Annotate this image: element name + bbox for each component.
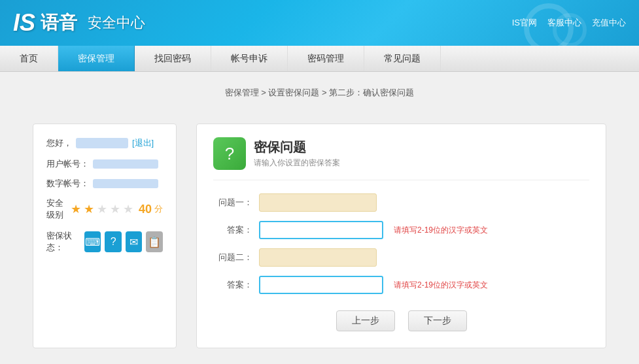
security-status-row: 密保状态： ⌨ ? ✉ 📋 (46, 230, 163, 254)
header-decoration (508, 3, 587, 46)
star-3: ★ (97, 202, 107, 216)
prev-button[interactable]: 上一步 (336, 310, 395, 331)
recharge-link[interactable]: 充值中心 (592, 17, 626, 29)
answer2-row: 答案： 请填写2-19位的汉字或英文 (213, 276, 589, 294)
account-value-blur (93, 159, 158, 169)
left-panel: 您好， [退出] 用户帐号： 数字帐号： 安全级别 ★ ★ ★ ★ ★ 40 分 (33, 124, 177, 348)
next-button[interactable]: 下一步 (408, 310, 467, 331)
question1-label: 问题一： (213, 197, 252, 208)
answer1-label: 答案： (213, 224, 252, 236)
logo: IS 语音 安全中心 (13, 9, 145, 37)
nav-account-appeal[interactable]: 帐号申诉 (211, 46, 288, 71)
logout-link[interactable]: [退出] (132, 137, 154, 149)
right-panel: ? 密保问题 请输入你设置的密保答案 问题一： 答案： 请填写2-19位的汉字或… (196, 124, 606, 348)
answer2-label: 答案： (213, 279, 252, 291)
nav-bar: 首页 密保管理 找回密码 帐号申诉 密码管理 常见问题 (0, 46, 639, 72)
star-4: ★ (110, 202, 120, 216)
digital-value-blur (93, 179, 158, 188)
user-greeting: 您好， [退出] (46, 137, 163, 149)
answer1-row: 答案： 请填写2-19位的汉字或英文 (213, 221, 589, 239)
panel-header: ? 密保问题 请输入你设置的密保答案 (213, 137, 589, 180)
nav-security-manage[interactable]: 密保管理 (58, 46, 135, 71)
email-status-icon[interactable]: ✉ (126, 231, 143, 252)
logo-voice: 语音 (41, 10, 77, 35)
security-level-row: 安全级别 ★ ★ ★ ★ ★ 40 分 (46, 197, 163, 221)
star-1: ★ (71, 202, 81, 216)
account-label: 用户帐号： (46, 158, 89, 170)
panel-title-area: 密保问题 请输入你设置的密保答案 (254, 139, 340, 169)
question-mark-icon: ? (225, 144, 234, 164)
main-area: 您好， [退出] 用户帐号： 数字帐号： 安全级别 ★ ★ ★ ★ ★ 40 分 (13, 117, 626, 355)
question2-row: 问题二： (213, 248, 589, 267)
hint1-text: 请填写2-19位的汉字或英文 (394, 225, 488, 236)
panel-title: 密保问题 (254, 139, 340, 156)
nav-password-manage[interactable]: 密码管理 (288, 46, 364, 71)
id-status-icon[interactable]: 📋 (146, 231, 163, 252)
question-status-icon[interactable]: ? (105, 231, 122, 252)
greeting-prefix: 您好， (46, 137, 72, 149)
question2-value-blur (259, 248, 377, 267)
logo-security: 安全中心 (88, 13, 145, 33)
score-unit: 分 (154, 203, 163, 215)
header: IS 语音 安全中心 IS官网 客服中心 充值中心 (0, 0, 639, 46)
panel-subtitle: 请输入你设置的密保答案 (254, 157, 340, 169)
question1-row: 问题一： (213, 193, 589, 212)
question1-value-blur (259, 193, 377, 212)
answer2-input[interactable] (259, 276, 383, 294)
star-2: ★ (84, 202, 94, 216)
star-5: ★ (123, 202, 133, 216)
content: 密保管理 > 设置密保问题 > 第二步：确认密保问题 您好， [退出] 用户帐号… (0, 72, 639, 364)
status-label: 密保状态： (46, 230, 80, 254)
nav-faq[interactable]: 常见问题 (364, 46, 441, 71)
user-name-blur (76, 138, 128, 148)
panel-icon: ? (213, 137, 246, 170)
account-row: 用户帐号： (46, 158, 163, 170)
keyboard-status-icon[interactable]: ⌨ (84, 231, 101, 252)
digital-account-row: 数字帐号： (46, 178, 163, 190)
breadcrumb: 密保管理 > 设置密保问题 > 第二步：确认密保问题 (13, 82, 626, 104)
form-buttons: 上一步 下一步 (213, 310, 589, 331)
answer1-input[interactable] (259, 221, 383, 239)
hint2-text: 请填写2-19位的汉字或英文 (394, 280, 488, 291)
nav-retrieve-password[interactable]: 找回密码 (135, 46, 211, 71)
question2-label: 问题二： (213, 252, 252, 263)
logo-is: IS (13, 9, 35, 37)
security-level-label: 安全级别 (46, 197, 68, 221)
digital-label: 数字帐号： (46, 178, 89, 190)
nav-home[interactable]: 首页 (0, 46, 58, 71)
security-score: 40 (139, 203, 152, 216)
